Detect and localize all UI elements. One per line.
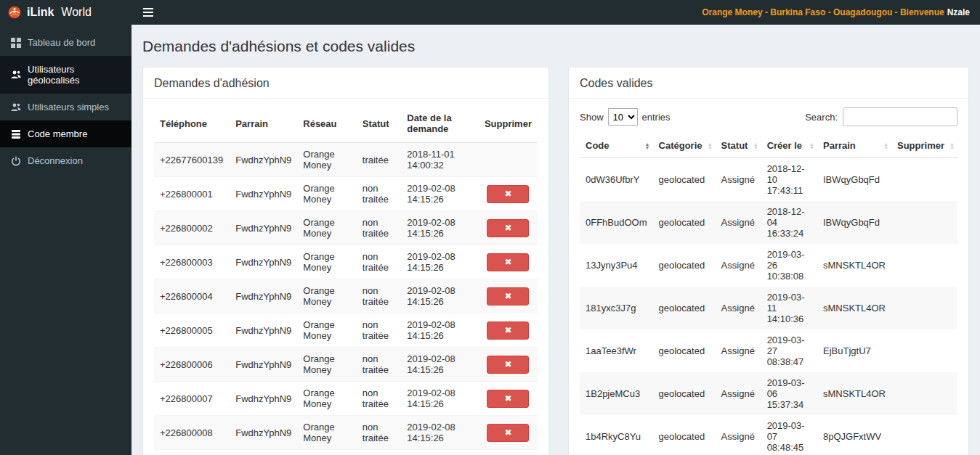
status-cell: Assigné: [716, 201, 761, 244]
delete-button[interactable]: ✖: [487, 390, 529, 408]
status-cell: non traitée: [357, 211, 401, 245]
delete-button[interactable]: ✖: [487, 219, 529, 237]
request-row: +226800005 FwdhzYphN9 Orange Money non t…: [154, 313, 538, 348]
sidebar-item-logout[interactable]: Déconnexion: [0, 147, 131, 174]
column-header-delete[interactable]: Supprimer ▲▼: [891, 134, 957, 158]
delete-cell: ✖: [479, 382, 538, 416]
users-icon: [11, 102, 21, 112]
delete-cell: [891, 372, 957, 415]
status-cell: Assigné: [716, 158, 761, 202]
parrain-cell: FwdhzYphN9: [230, 313, 297, 348]
code-row: 0dW36UfbrY geolocated Assigné 2018-12-10…: [580, 158, 957, 202]
code-cell: 181yxc3J7g: [580, 287, 653, 329]
phone-cell: +226800004: [154, 279, 230, 313]
sort-icon: ▲▼: [883, 142, 888, 149]
users-group-icon: [11, 70, 21, 80]
parrain-cell: sMNSKTL4OR: [817, 244, 891, 287]
network-cell: Orange Money: [297, 143, 357, 177]
sidebar-item-label: Code membre: [28, 128, 87, 139]
parrain-cell: FwdhzYphN9: [230, 143, 297, 177]
page-size-select[interactable]: 10: [608, 108, 638, 126]
status-cell: Assigné: [716, 415, 761, 455]
search-control: Search:: [805, 107, 957, 126]
request-row: +226800006 FwdhzYphN9 Orange Money non t…: [154, 348, 538, 382]
delete-icon: ✖: [504, 223, 511, 233]
top-navbar: iLink World Orange Money - Burkina Faso …: [0, 0, 980, 25]
column-header-parrain[interactable]: Parrain ▲▼: [817, 134, 891, 158]
parrain-cell: sMNSKTL4OR: [817, 287, 891, 329]
category-cell: geolocated: [653, 201, 716, 244]
column-header-delete: Supprimer: [479, 104, 538, 143]
phone-cell: +22677600139: [154, 143, 230, 177]
delete-button[interactable]: ✖: [487, 185, 529, 203]
code-row: 1B2pjeMCu3 geolocated Assigné 2019-03-06…: [580, 372, 957, 415]
delete-button[interactable]: ✖: [487, 356, 529, 374]
search-input[interactable]: [843, 107, 957, 126]
network-cell: Orange Money: [297, 416, 357, 450]
welcome-text: Orange Money - Burkina Faso - Ouagadougo…: [702, 0, 980, 25]
parrain-cell: FwdhzYphN9: [230, 245, 297, 279]
created-cell: 2018-12-04 16:33:24: [761, 201, 817, 244]
code-row: 0FFhBudOOm geolocated Assigné 2018-12-04…: [580, 201, 957, 244]
phone-cell: +226800005: [154, 313, 230, 348]
sidebar-item-member-code[interactable]: Code membre: [0, 120, 131, 147]
category-cell: geolocated: [653, 158, 716, 202]
date-cell: 2019-02-08 14:15:26: [401, 279, 479, 313]
delete-cell: ✖: [479, 143, 538, 177]
sidebar-item-label: Déconnexion: [28, 155, 83, 166]
page-title: Demandes d'adhésions et codes valides: [142, 38, 969, 55]
sidebar-item-geolocated-users[interactable]: Utilisateurs géolocalisés: [0, 56, 131, 94]
delete-button[interactable]: ✖: [487, 253, 529, 271]
sidebar-toggle-button[interactable]: [131, 0, 164, 25]
column-header-parrain: Parrain: [230, 104, 297, 143]
network-cell: Orange Money: [297, 177, 357, 211]
column-header-status[interactable]: Statut ▲▼: [716, 134, 761, 158]
request-row: +226800007 FwdhzYphN9 Orange Money non t…: [154, 382, 538, 416]
category-cell: geolocated: [653, 415, 716, 455]
code-cell: 1b4RkyC8Yu: [580, 415, 653, 455]
category-cell: geolocated: [653, 372, 716, 415]
delete-cell: ✖: [479, 450, 538, 455]
codes-table: Code ▲▼ Catégorie ▲▼ Statut: [580, 134, 957, 455]
column-header-phone: Téléphone: [154, 104, 230, 143]
network-cell: Orange Money: [297, 279, 357, 313]
phone-cell: +226800001: [154, 177, 230, 211]
delete-cell: [891, 201, 957, 244]
table-controls: Show 10 entries Search:: [569, 99, 968, 134]
code-cell: 1B2pjeMCu3: [580, 372, 653, 415]
main-content: Demandes d'adhésions et codes valides De…: [131, 25, 980, 455]
phone-cell: +226800009: [154, 450, 230, 455]
network-cell: Orange Money: [297, 348, 357, 382]
delete-icon: ✖: [504, 189, 511, 199]
column-header-category[interactable]: Catégorie ▲▼: [653, 134, 716, 158]
network-cell: Orange Money: [297, 382, 357, 416]
show-label: Show: [580, 112, 604, 123]
parrain-cell: 8pQJGFxtWV: [817, 415, 891, 455]
codes-panel-title: Codes valides: [569, 67, 968, 99]
created-cell: 2019-03-07 08:48:45: [761, 415, 817, 455]
brand[interactable]: iLink World: [0, 0, 131, 25]
status-cell: non traitée: [357, 382, 401, 416]
phone-cell: +226800003: [154, 245, 230, 279]
navbar-spacer: [164, 0, 702, 25]
sort-icon: ▲▼: [809, 142, 814, 149]
column-header-code[interactable]: Code ▲▼: [580, 134, 653, 158]
request-row: +226800009 FwdhzYphN9 Orange Money non t…: [154, 450, 538, 455]
sidebar-item-simple-users[interactable]: Utilisateurs simples: [0, 94, 131, 120]
delete-button[interactable]: ✖: [487, 321, 529, 340]
column-header-created[interactable]: Créer le ▲▼: [761, 134, 817, 158]
sidebar-item-dashboard[interactable]: Tableau de bord: [0, 29, 131, 56]
status-cell: Assigné: [716, 287, 761, 329]
request-row: +226800004 FwdhzYphN9 Orange Money non t…: [154, 279, 538, 313]
delete-button[interactable]: ✖: [487, 287, 529, 306]
date-cell: 2019-02-08 14:15:26: [401, 348, 479, 382]
delete-button[interactable]: ✖: [487, 424, 529, 442]
brand-name-bold: iLink: [27, 6, 54, 19]
column-header-network: Réseau: [297, 104, 357, 143]
delete-cell: ✖: [479, 245, 538, 279]
delete-cell: [891, 158, 957, 202]
code-cell: 13Jyny3Pu4: [580, 244, 653, 287]
network-cell: Orange Money: [297, 450, 357, 455]
welcome-location-text: Orange Money - Burkina Faso - Ouagadougo…: [702, 7, 944, 17]
status-cell: Assigné: [716, 244, 761, 287]
